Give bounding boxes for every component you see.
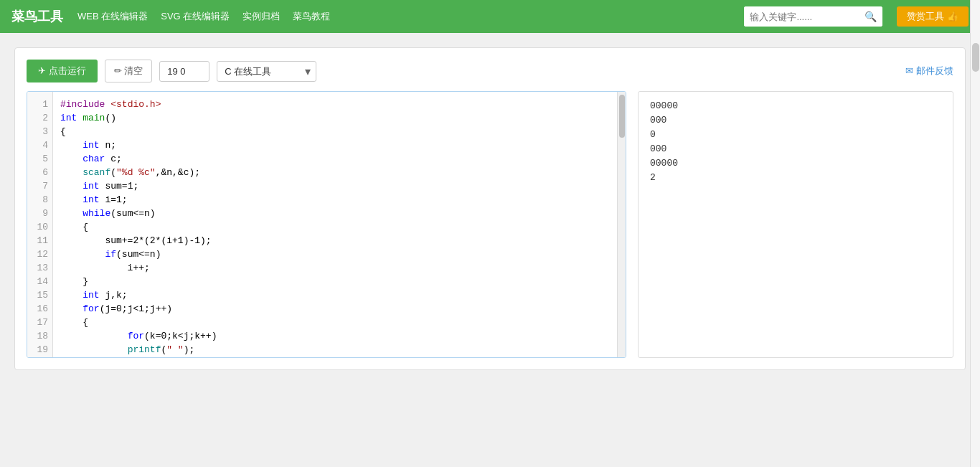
nav-examples[interactable]: 实例归档 (242, 10, 280, 23)
nav-web-editor[interactable]: WEB 在线编辑器 (77, 10, 148, 23)
output-line-4: 000 (650, 142, 941, 156)
output-panel: 00000 000 0 000 00000 2 (638, 91, 953, 358)
code-content[interactable]: #include <stdio.h> int main() { int n; c… (53, 92, 617, 357)
scrollbar-track[interactable] (617, 92, 626, 357)
window-scrollbar-thumb (972, 43, 979, 72)
nav-tutorial[interactable]: 菜鸟教程 (293, 10, 330, 23)
feedback-link[interactable]: ✉ 邮件反馈 (905, 65, 953, 77)
code-editor: 12345 678910 1112131415 1617181920 #incl… (27, 92, 626, 357)
line-numbers: 12345 678910 1112131415 1617181920 (27, 92, 53, 357)
search-box: 🔍 (744, 6, 882, 27)
clear-button[interactable]: ✏ 清空 (105, 60, 153, 82)
lang-select[interactable]: C 在线工具 C++ 在线工具 Java 在线工具 Python 在线工具 (217, 61, 316, 82)
nav-svg-editor[interactable]: SVG 在线编辑器 (161, 10, 230, 23)
navbar: 菜鸟工具 WEB 在线编辑器 SVG 在线编辑器 实例归档 菜鸟教程 🔍 赞赏工… (0, 0, 980, 33)
brand: 菜鸟工具 (11, 8, 63, 25)
nav-links: WEB 在线编辑器 SVG 在线编辑器 实例归档 菜鸟教程 (77, 10, 730, 23)
output-line-2: 000 (650, 113, 941, 128)
search-input[interactable] (744, 6, 859, 27)
output-line-1: 00000 (650, 99, 941, 113)
line-info: 19 0 (159, 61, 209, 82)
toolbar: ✈ 点击运行 ✏ 清空 19 0 C 在线工具 C++ 在线工具 Java 在线… (27, 60, 953, 82)
search-button[interactable]: 🔍 (859, 6, 882, 27)
output-line-6: 2 (650, 171, 941, 185)
output-line-5: 00000 (650, 156, 941, 171)
code-output-row: 12345 678910 1112131415 1617181920 #incl… (27, 91, 953, 358)
code-editor-wrapper: 12345 678910 1112131415 1617181920 #incl… (27, 91, 626, 358)
editor-panel: ✈ 点击运行 ✏ 清空 19 0 C 在线工具 C++ 在线工具 Java 在线… (14, 47, 966, 370)
scrollbar-thumb (619, 95, 625, 138)
lang-select-wrapper: C 在线工具 C++ 在线工具 Java 在线工具 Python 在线工具 (217, 61, 316, 82)
run-button[interactable]: ✈ 点击运行 (27, 60, 98, 82)
main-container: ✈ 点击运行 ✏ 清空 19 0 C 在线工具 C++ 在线工具 Java 在线… (0, 33, 980, 385)
output-line-3: 0 (650, 128, 941, 142)
praise-button[interactable]: 赞赏工具 👍 (897, 6, 969, 27)
window-scrollbar[interactable] (970, 0, 980, 467)
